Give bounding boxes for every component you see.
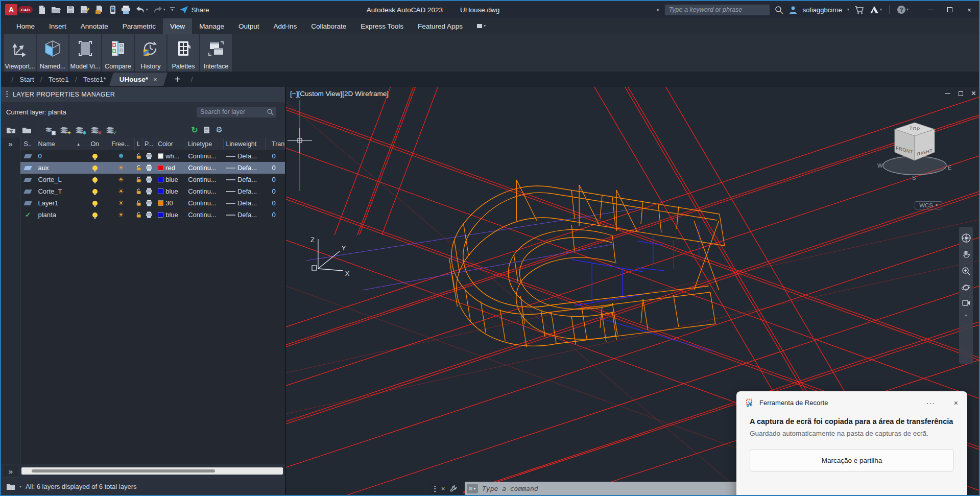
panel-compare[interactable]: Compare <box>102 34 134 72</box>
new-file-icon[interactable] <box>37 5 46 14</box>
scrollbar-thumb[interactable] <box>32 469 214 473</box>
navbar-more-caret-icon[interactable]: ▾ <box>965 314 967 318</box>
viewport-minimize-icon[interactable] <box>945 93 950 94</box>
layer-transparency[interactable]: 0 <box>266 150 285 162</box>
thaw-sun-icon[interactable]: ☀ <box>118 176 124 183</box>
viewcube[interactable]: TOP FRONT RIGHT W S E <box>870 113 960 198</box>
pan-hand-icon[interactable] <box>962 250 971 259</box>
horizontal-scrollbar[interactable] <box>21 467 283 475</box>
panel-history[interactable]: History <box>135 34 166 72</box>
layer-on-icon[interactable] <box>92 201 98 206</box>
tab-express-tools[interactable]: Express Tools <box>353 18 411 34</box>
layer-lineweight[interactable]: Defa... <box>224 162 266 174</box>
tab-home[interactable]: Home <box>9 18 42 34</box>
tab-insert[interactable]: Insert <box>42 18 74 34</box>
layer-color-cell[interactable]: 30 <box>155 197 185 209</box>
share-button[interactable]: Share <box>179 6 209 14</box>
column-transparency[interactable]: Tran <box>266 138 285 150</box>
command-line-handle[interactable]: × <box>429 482 463 495</box>
navigation-wheel-icon[interactable] <box>961 233 971 243</box>
command-close-icon[interactable]: × <box>441 485 445 492</box>
viewport-controls-label[interactable]: [−][Custom View][2D Wireframe] <box>290 90 389 98</box>
layer-color-cell[interactable]: blue <box>155 185 185 197</box>
layer-transparency[interactable]: 0 <box>266 197 285 209</box>
unlock-icon[interactable] <box>136 176 142 183</box>
layer-row-planta-current[interactable]: ✓ planta ☀ blue Continu... Defa... 0 <box>1 209 285 221</box>
delete-layer-button[interactable]: ✕ <box>90 126 100 134</box>
tab-collaborate[interactable]: Collaborate <box>304 18 353 34</box>
layer-transparency[interactable]: 0 <box>266 162 285 174</box>
layer-color-cell[interactable]: red <box>155 162 185 174</box>
plot-icon[interactable] <box>146 211 153 218</box>
minimize-button[interactable] <box>921 1 940 18</box>
customize-wrench-icon[interactable] <box>450 485 458 492</box>
layer-on-icon[interactable] <box>92 189 98 194</box>
new-property-filter-button[interactable] <box>6 126 16 134</box>
snipping-tool-notification[interactable]: Ferramenta de Recorte ··· × A captura de… <box>736 391 967 496</box>
showmotion-icon[interactable] <box>962 299 970 306</box>
tab-annotate[interactable]: Annotate <box>74 18 115 34</box>
panel-viewport-tools[interactable]: Viewport... <box>4 34 36 72</box>
layer-row-aux-selected[interactable]: aux ☀ red Continu... Defa... 0 <box>1 162 285 174</box>
thaw-sun-icon[interactable]: ☀ <box>118 164 124 172</box>
plot-icon[interactable] <box>146 164 153 171</box>
user-menu-caret-icon[interactable]: ▾ <box>847 8 849 12</box>
undo-button[interactable]: ▾ <box>135 6 148 14</box>
plot-icon[interactable] <box>146 153 153 159</box>
help-search-input[interactable] <box>665 5 770 15</box>
orbit-icon[interactable] <box>961 283 971 292</box>
command-input-field[interactable]: ▾ <box>465 482 738 495</box>
column-on[interactable]: On <box>83 138 107 150</box>
column-linetype[interactable]: Linetype <box>185 138 224 150</box>
tab-view[interactable]: View <box>163 18 192 34</box>
layer-lineweight[interactable]: Defa... <box>224 185 266 197</box>
close-button[interactable]: × <box>960 1 979 18</box>
ribbon-display-toggle[interactable]: ▾ <box>477 18 486 34</box>
layer-lineweight[interactable]: Defa... <box>224 174 266 185</box>
layer-linetype[interactable]: Continu... <box>185 185 224 197</box>
maximize-button[interactable] <box>940 1 960 18</box>
layer-row-0[interactable]: 0 ❄ wh... Continu... Defa... 0 <box>1 150 285 162</box>
layer-linetype[interactable]: Continu... <box>185 209 224 221</box>
command-input[interactable] <box>482 485 736 492</box>
open-folder-icon[interactable] <box>51 5 61 14</box>
autocad-logo[interactable]: ACAD <box>5 4 33 15</box>
plot-printer-icon[interactable] <box>121 5 131 14</box>
layer-row-corte-l[interactable]: Corte_L ☀ blue Continu... Defa... 0 <box>1 174 285 185</box>
search-icon[interactable] <box>775 6 783 14</box>
qat-customize-button[interactable]: ▾ <box>170 7 175 13</box>
help-button[interactable]: ? ▾ <box>897 5 909 14</box>
search-expand-icon[interactable]: ▸ <box>657 7 660 12</box>
save-as-icon[interactable] <box>80 5 90 14</box>
palette-title-bar[interactable]: LAYER PROPERTIES MANAGER <box>1 87 285 102</box>
layer-color-cell[interactable]: blue <box>155 209 185 221</box>
unlock-icon[interactable] <box>136 200 142 206</box>
panel-palettes[interactable]: Palettes <box>168 34 199 72</box>
layer-on-icon[interactable] <box>92 166 98 171</box>
layer-linetype[interactable]: Continu... <box>185 197 224 209</box>
refresh-button[interactable]: ↻ <box>191 125 198 135</box>
layer-color-cell[interactable]: blue <box>155 174 185 185</box>
collapse-filters-button[interactable]: » <box>1 139 20 148</box>
cart-icon[interactable] <box>854 6 864 14</box>
column-freeze[interactable]: Free... <box>107 138 135 150</box>
open-from-web-icon[interactable] <box>94 5 105 14</box>
save-icon[interactable] <box>66 5 75 14</box>
filter-folder-icon[interactable] <box>6 483 15 490</box>
collapse-panel-button[interactable]: » <box>3 465 18 477</box>
markup-share-button[interactable]: Marcação e partilha <box>750 449 954 471</box>
layer-transparency[interactable]: 0 <box>266 174 285 185</box>
column-lineweight[interactable]: Lineweight <box>224 138 266 150</box>
layer-search-input[interactable] <box>197 107 276 117</box>
column-lock[interactable]: L <box>135 138 144 150</box>
thaw-sun-icon[interactable]: ☀ <box>118 211 124 219</box>
tab-output[interactable]: Output <box>231 18 267 34</box>
user-avatar-icon[interactable] <box>788 5 798 14</box>
username[interactable]: sofiaggbcirne <box>803 6 842 14</box>
layer-transparency[interactable]: 0 <box>266 209 285 221</box>
mobile-upload-icon[interactable] <box>109 5 116 14</box>
unlock-icon[interactable] <box>136 188 142 195</box>
layer-lineweight[interactable]: Defa... <box>224 197 266 209</box>
settings-gear-icon[interactable]: ⚙ <box>216 125 223 134</box>
plot-icon[interactable] <box>146 176 153 183</box>
